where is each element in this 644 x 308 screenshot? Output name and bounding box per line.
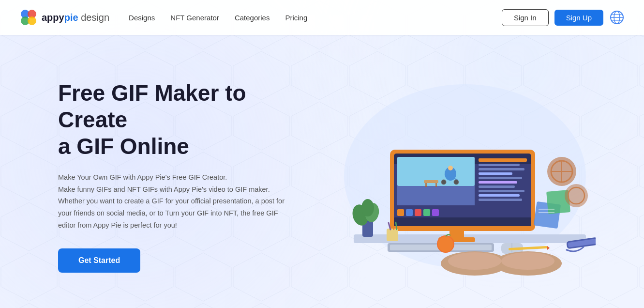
- signin-button[interactable]: Sign In: [502, 9, 549, 26]
- navbar: appypie design Designs NFT Generator Cat…: [0, 0, 644, 35]
- svg-point-25: [454, 180, 459, 185]
- svg-rect-40: [406, 209, 413, 216]
- svg-point-3: [28, 16, 36, 25]
- svg-rect-35: [479, 185, 515, 188]
- svg-point-53: [361, 199, 374, 216]
- svg-rect-30: [479, 164, 520, 166]
- svg-rect-20: [397, 186, 475, 205]
- svg-rect-27: [425, 183, 427, 187]
- nav-links: Designs NFT Generator Categories Pricing: [129, 14, 307, 22]
- get-started-button[interactable]: Get Started: [58, 248, 140, 273]
- signup-button[interactable]: Sign Up: [554, 10, 603, 26]
- svg-rect-36: [479, 190, 524, 192]
- svg-rect-28: [435, 183, 437, 187]
- nav-right: Sign In Sign Up: [502, 9, 625, 26]
- nav-link-designs[interactable]: Designs: [129, 14, 155, 22]
- svg-rect-41: [415, 209, 421, 216]
- svg-point-77: [438, 236, 453, 252]
- svg-rect-26: [424, 180, 438, 183]
- nav-link-categories[interactable]: Categories: [235, 14, 270, 22]
- logo[interactable]: appypie design: [19, 8, 109, 27]
- svg-rect-31: [479, 168, 524, 170]
- globe-icon[interactable]: [609, 10, 625, 25]
- svg-rect-32: [479, 172, 512, 175]
- hero-content: Free GIF Maker to Create a GIF Online Ma…: [58, 80, 310, 273]
- nav-link-pricing[interactable]: Pricing: [285, 14, 307, 22]
- hero-description: Make Your Own GIF with Appy Pie's Free G…: [58, 171, 290, 231]
- nav-link-nft-generator[interactable]: NFT Generator: [170, 14, 219, 22]
- logo-text: appypie design: [42, 12, 109, 23]
- hero-section: Free GIF Maker to Create a GIF Online Ma…: [0, 35, 644, 308]
- svg-rect-39: [397, 209, 404, 216]
- svg-rect-29: [479, 158, 527, 162]
- svg-marker-71: [547, 246, 550, 250]
- svg-rect-37: [479, 194, 520, 197]
- svg-rect-33: [479, 177, 522, 179]
- svg-rect-42: [423, 209, 430, 216]
- svg-point-75: [501, 252, 554, 270]
- svg-rect-34: [479, 181, 517, 184]
- svg-rect-38: [479, 199, 522, 201]
- svg-point-74: [448, 252, 501, 270]
- svg-point-24: [441, 180, 446, 185]
- hero-illustration: [315, 75, 596, 278]
- desk-illustration: [315, 75, 596, 278]
- svg-point-22: [448, 166, 453, 170]
- nav-left: appypie design Designs NFT Generator Cat…: [19, 8, 307, 27]
- svg-rect-43: [432, 209, 439, 216]
- svg-rect-54: [387, 229, 398, 241]
- svg-rect-44: [394, 217, 531, 226]
- hero-title: Free GIF Maker to Create a GIF Online: [58, 80, 310, 160]
- logo-icon: [19, 8, 38, 27]
